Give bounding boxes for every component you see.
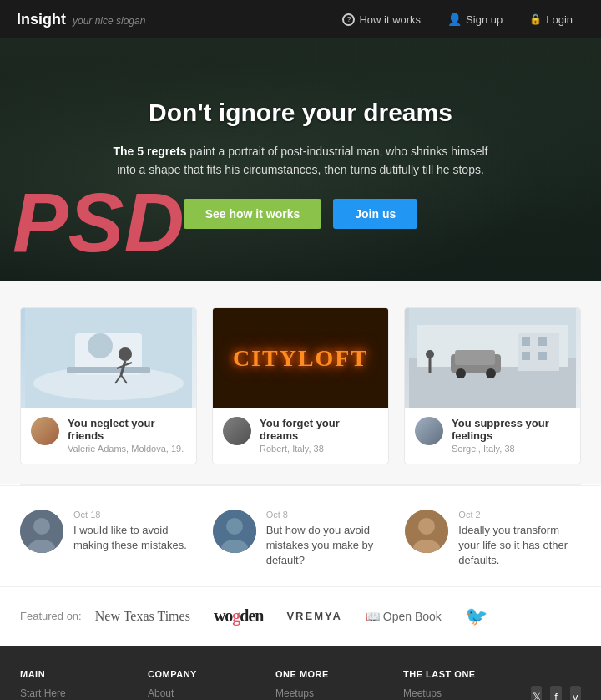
nav-login-label: Login [546, 13, 573, 26]
logo-open-book: 📖 Open Book [366, 610, 442, 623]
svg-rect-17 [522, 352, 530, 360]
footer-link-start-here[interactable]: Start Here [20, 687, 134, 699]
card-3: You suppress your feelings Sergei, Italy… [404, 307, 581, 464]
footer-col-main-title: MAIN [20, 669, 134, 679]
featured-section: Featured on: New Texas Times wogden VREM… [0, 586, 601, 646]
logo-worden: wogden [214, 606, 264, 626]
featured-label: Featured on: [20, 610, 82, 622]
see-how-it-works-button[interactable]: See how it works [184, 199, 322, 229]
lock-icon: 🔒 [529, 13, 542, 25]
question-icon: ? [342, 13, 355, 26]
card-1-text: You neglect your friends Valerie Adams, … [68, 417, 186, 454]
footer-col-company: COMPANY About Help Support Jobs Director… [148, 669, 262, 700]
footer-columns: MAIN Start Here Portfolio Meet Us Blog C… [20, 669, 581, 700]
footer-col-main: MAIN Start Here Portfolio Meet Us Blog C… [20, 669, 134, 700]
footer-facebook-icon[interactable]: f [550, 686, 561, 700]
hero-title: Don't ignore your dreams [109, 99, 492, 127]
svg-rect-15 [522, 337, 530, 346]
card-2-text: You forget your dreams Robert, Italy, 38 [260, 417, 378, 454]
cards-section: You neglect your friends Valerie Adams, … [0, 281, 601, 484]
card-1-footer: You neglect your friends Valerie Adams, … [21, 408, 196, 464]
svg-point-22 [486, 368, 496, 378]
card-2-image: CITYLOFT [213, 308, 388, 408]
blog-avatar-1 [20, 510, 63, 553]
blog-item-3: Oct 2 Ideally you transform your life so… [405, 510, 581, 569]
footer-col-one-more-title: ONE MORE [275, 669, 390, 679]
footer-social: 𝕏 f v [531, 669, 581, 700]
card-3-image [405, 308, 580, 408]
nav-link-login[interactable]: 🔒 Login [518, 7, 584, 33]
footer-vimeo-icon[interactable]: v [570, 686, 581, 700]
cards-grid: You neglect your friends Valerie Adams, … [20, 307, 581, 464]
card-3-avatar [415, 417, 443, 445]
svg-point-21 [456, 368, 466, 378]
svg-rect-16 [538, 337, 547, 346]
svg-point-23 [426, 350, 434, 358]
card-3-text: You suppress your feelings Sergei, Italy… [452, 417, 570, 454]
footer-link-meetups-1[interactable]: Meetups [275, 687, 390, 699]
blog-avatar-3 [405, 510, 448, 553]
footer: MAIN Start Here Portfolio Meet Us Blog C… [0, 646, 601, 700]
footer-col-one-more: ONE MORE Meetups Handbook Privacy API Eq… [275, 669, 390, 700]
blog-2-text: Oct 8 But how do you avoid mistakes you … [266, 510, 389, 569]
navbar: Insight your nice slogan ? How it works … [0, 0, 601, 38]
hero-description: The 5 regrets paint a portrait of post-i… [109, 142, 492, 180]
brand-title: Insight [17, 11, 66, 28]
blog-section: Oct 18 I would like to avoid making thes… [0, 485, 601, 586]
card-3-title: You suppress your feelings [452, 417, 570, 442]
card-1-image [21, 308, 196, 408]
nav-sign-up-label: Sign up [466, 13, 503, 26]
card-3-footer: You suppress your feelings Sergei, Italy… [405, 408, 580, 464]
featured-logos: New Texas Times wogden VREMYA 📖 Open Boo… [95, 606, 581, 627]
svg-point-5 [119, 347, 132, 361]
blog-1-date: Oct 18 [73, 510, 196, 520]
logo-twitter: 🐦 [465, 606, 487, 627]
blog-2-date: Oct 8 [266, 510, 389, 520]
nav-link-how-it-works[interactable]: ? How it works [331, 7, 432, 33]
footer-link-about[interactable]: About [148, 687, 262, 699]
hero-content: Don't ignore your dreams The 5 regrets p… [109, 99, 492, 230]
svg-rect-20 [455, 350, 495, 365]
logo-vremya: VREMYA [286, 610, 341, 622]
blog-item-2: Oct 8 But how do you avoid mistakes you … [213, 510, 389, 569]
card-2-title: You forget your dreams [260, 417, 378, 442]
svg-point-3 [88, 333, 113, 358]
svg-rect-4 [67, 367, 150, 373]
card-2: CITYLOFT You forget your dreams Robert, … [212, 307, 389, 464]
svg-point-32 [418, 518, 435, 535]
nav-link-sign-up[interactable]: 👤 Sign up [436, 6, 514, 33]
svg-point-29 [226, 518, 243, 535]
blog-1-title: I would like to avoid making these mista… [73, 523, 196, 553]
card-1-title: You neglect your friends [68, 417, 186, 442]
brand: Insight your nice slogan [17, 11, 145, 28]
footer-col-last: THE LAST ONE Meetups Handbook Privacy AP… [403, 669, 518, 700]
nav-how-it-works-label: How it works [359, 13, 421, 26]
hero-buttons: See how it works Join us [109, 199, 492, 229]
join-us-button[interactable]: Join us [333, 199, 417, 229]
svg-point-26 [33, 518, 50, 535]
blog-1-text: Oct 18 I would like to avoid making thes… [73, 510, 196, 553]
nav-links: ? How it works 👤 Sign up 🔒 Login [331, 6, 584, 33]
card-1-avatar [31, 417, 59, 445]
brand-slogan: your nice slogan [73, 15, 145, 27]
hero-section: PSD Don't ignore your dreams The 5 regre… [0, 38, 601, 281]
person-icon: 👤 [447, 13, 462, 26]
blog-3-text: Oct 2 Ideally you transform your life so… [458, 510, 581, 569]
card-2-author: Robert, Italy, 38 [260, 444, 378, 454]
footer-link-meetups-2[interactable]: Meetups [403, 687, 518, 699]
footer-col-last-title: THE LAST ONE [403, 669, 518, 679]
cityloft-label: CITYLOFT [233, 345, 368, 372]
card-1-author: Valerie Adams, Moldova, 19. [68, 444, 186, 454]
card-3-author: Sergei, Italy, 38 [452, 444, 570, 454]
blog-item-1: Oct 18 I would like to avoid making thes… [20, 510, 196, 569]
card-2-avatar [223, 417, 251, 445]
blog-3-title: Ideally you transform your life so it ha… [458, 523, 581, 569]
logo-new-texas-times: New Texas Times [95, 609, 190, 624]
footer-twitter-icon[interactable]: 𝕏 [531, 686, 542, 700]
blog-2-title: But how do you avoid mistakes you make b… [266, 523, 389, 569]
blog-grid: Oct 18 I would like to avoid making thes… [20, 510, 581, 569]
footer-col-company-title: COMPANY [148, 669, 262, 679]
card-1: You neglect your friends Valerie Adams, … [20, 307, 197, 464]
blog-3-date: Oct 2 [458, 510, 581, 520]
card-2-footer: You forget your dreams Robert, Italy, 38 [213, 408, 388, 464]
